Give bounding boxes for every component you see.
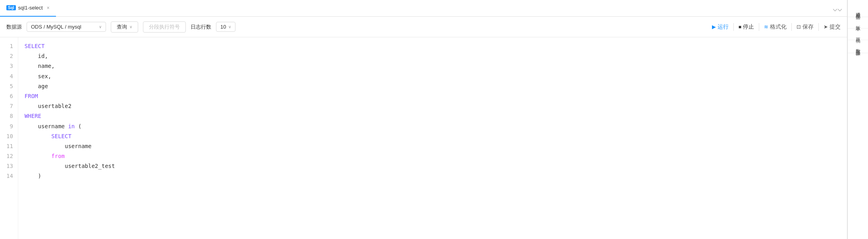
save-label: 保存 [802, 23, 814, 31]
code-line-9: username in ( [25, 121, 841, 131]
submit-button[interactable]: ➤ 提交 [824, 23, 841, 31]
sql-badge: Sql [6, 5, 16, 10]
sql-tab[interactable]: Sql sql1-select × [0, 0, 56, 17]
stop-icon: ■ [739, 24, 741, 30]
toolbar: 数据源 ODS / MySQL / mysql ∨ 查询 ∨ 分段执行符号 日志… [0, 17, 847, 37]
code-line-8: WHERE [25, 111, 841, 121]
line-num-14: 14 [6, 171, 13, 181]
save-icon: ⊡ [797, 24, 801, 30]
right-sidebar: 通用配置 版本 草稿 数据血缘 [847, 0, 868, 239]
code-line-7: usertable2 [25, 101, 841, 111]
code-line-12: from [25, 151, 841, 161]
tab-close-icon[interactable]: × [47, 5, 50, 11]
code-line-6: FROM [25, 91, 841, 101]
code-line-3: name, [25, 61, 841, 71]
sidebar-item-draft-label: 草稿 [854, 33, 861, 35]
code-line-11: username [25, 141, 841, 151]
sidebar-item-version[interactable]: 版本 [848, 17, 868, 29]
line-num-1: 1 [6, 41, 13, 51]
query-button[interactable]: 查询 ∨ [111, 21, 138, 33]
stop-button[interactable]: ■ 停止 [739, 23, 754, 31]
sidebar-item-data-lineage[interactable]: 数据血缘 [848, 40, 868, 53]
toolbar-divider-2 [759, 23, 759, 31]
code-line-5: age [25, 81, 841, 91]
datasource-chevron-icon: ∨ [99, 25, 102, 29]
sidebar-item-general-config-label: 通用配置 [854, 9, 861, 12]
format-button[interactable]: ≋ 格式化 [764, 23, 787, 31]
tab-bar: Sql sql1-select × ⌵⌵ [0, 0, 847, 17]
submit-icon: ➤ [824, 24, 828, 30]
tab-expand-button[interactable]: ⌵⌵ [828, 4, 847, 12]
line-num-10: 10 [6, 131, 13, 141]
sidebar-item-general-config[interactable]: 通用配置 [848, 4, 868, 17]
editor-area: 1 2 3 4 5 6 7 8 9 10 11 12 13 14 SELECT … [0, 37, 847, 239]
code-editor[interactable]: SELECT id, name, sex, age FROM usertable… [18, 37, 847, 239]
query-chevron-icon: ∨ [129, 25, 132, 29]
line-num-9: 9 [6, 121, 13, 131]
toolbar-divider-3 [791, 23, 792, 31]
code-line-1: SELECT [25, 41, 841, 51]
save-button[interactable]: ⊡ 保存 [797, 23, 814, 31]
segment-button[interactable]: 分段执行符号 [143, 21, 186, 33]
sidebar-item-data-lineage-label: 数据血缘 [854, 45, 861, 48]
line-num-2: 2 [6, 51, 13, 61]
sidebar-item-version-label: 版本 [854, 22, 861, 23]
expand-icon: ⌵⌵ [833, 4, 842, 12]
log-rows-value: 10 [220, 24, 226, 30]
code-line-4: sex, [25, 71, 841, 81]
line-num-8: 8 [6, 111, 13, 121]
line-num-13: 13 [6, 161, 13, 171]
tab-title: sql1-select [18, 5, 43, 11]
line-num-5: 5 [6, 81, 13, 91]
sidebar-item-draft[interactable]: 草稿 [848, 29, 868, 40]
line-num-11: 11 [6, 141, 13, 151]
line-num-6: 6 [6, 91, 13, 101]
query-label: 查询 [117, 23, 127, 31]
format-icon: ≋ [764, 24, 768, 30]
run-icon: ▶ [712, 24, 716, 30]
log-rows-select[interactable]: 10 ∨ [216, 22, 235, 32]
segment-label: 分段执行符号 [149, 23, 180, 31]
toolbar-divider-4 [818, 23, 819, 31]
line-num-4: 4 [6, 71, 13, 81]
run-button[interactable]: ▶ 运行 [712, 23, 729, 31]
log-rows-label: 日志行数 [191, 23, 211, 31]
submit-label: 提交 [829, 23, 841, 31]
line-num-12: 12 [6, 151, 13, 161]
code-line-14: ) [25, 171, 841, 181]
line-num-3: 3 [6, 61, 13, 71]
run-label: 运行 [718, 23, 729, 31]
code-line-13: usertable2_test [25, 161, 841, 171]
datasource-select[interactable]: ODS / MySQL / mysql ∨ [27, 22, 106, 32]
datasource-value: ODS / MySQL / mysql [31, 24, 96, 30]
line-numbers: 1 2 3 4 5 6 7 8 9 10 11 12 13 14 [0, 37, 18, 239]
line-num-7: 7 [6, 101, 13, 111]
main-area: Sql sql1-select × ⌵⌵ 数据源 ODS / MySQL / m… [0, 0, 847, 239]
code-line-2: id, [25, 51, 841, 61]
code-line-10: SELECT [25, 131, 841, 141]
datasource-label: 数据源 [6, 23, 22, 31]
log-rows-chevron-icon: ∨ [228, 25, 231, 29]
stop-label: 停止 [743, 23, 754, 31]
toolbar-divider-1 [733, 23, 734, 31]
format-label: 格式化 [770, 23, 787, 31]
